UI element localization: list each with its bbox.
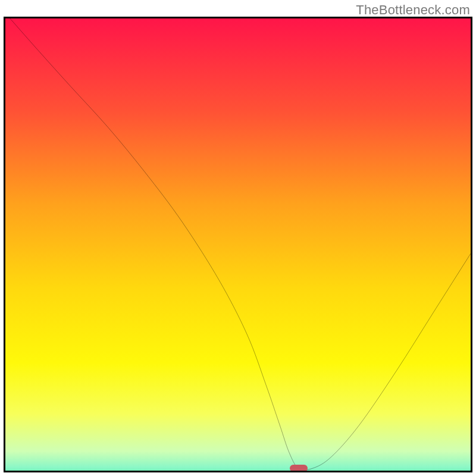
watermark-text: TheBottleneck.com — [356, 2, 470, 18]
chart-frame — [4, 17, 472, 472]
chart-curve — [5, 18, 471, 471]
optimum-marker — [290, 465, 308, 472]
